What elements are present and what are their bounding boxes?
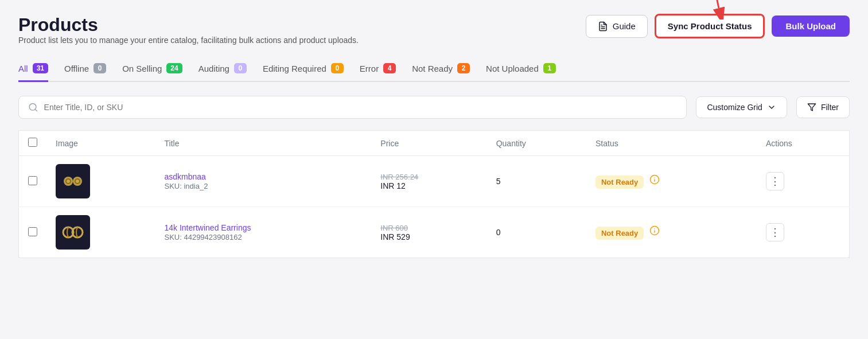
status-badge: Not Ready	[595, 176, 644, 189]
product-price-original: INR 600	[380, 224, 477, 232]
svg-marker-5	[808, 104, 815, 111]
guide-label: Guide	[613, 21, 636, 31]
search-box	[18, 96, 687, 119]
tab-not-uploaded-badge: 1	[543, 63, 556, 73]
earrings-icon	[59, 167, 87, 195]
bulk-upload-button[interactable]: Bulk Upload	[772, 15, 850, 37]
filter-button[interactable]: Filter	[796, 96, 850, 118]
tab-editing-required-label: Editing Required	[263, 64, 326, 73]
product-price-original: INR 256.24	[380, 173, 477, 181]
svg-point-11	[76, 180, 79, 183]
document-icon	[598, 21, 608, 32]
header-checkbox-cell	[19, 131, 47, 156]
product-price-current: INR 12	[380, 181, 477, 190]
select-all-checkbox[interactable]	[28, 138, 37, 147]
earrings2-icon	[59, 219, 87, 246]
tab-not-ready-badge: 2	[457, 63, 470, 73]
info-icon[interactable]	[649, 174, 660, 185]
table-row: asdkmbnaa SKU: india_2 INR 256.24 INR 12…	[19, 156, 850, 207]
actions-menu-button[interactable]: ⋮	[766, 172, 784, 190]
actions-menu-button[interactable]: ⋮	[766, 223, 784, 241]
product-title-cell: 14k Intertwined Earrings SKU: 4429942390…	[155, 207, 371, 258]
product-status-cell: Not Ready	[586, 156, 757, 207]
tab-on-selling-label: On Selling	[122, 64, 162, 73]
svg-line-4	[35, 110, 37, 111]
tab-editing-required[interactable]: Editing Required 0	[263, 63, 344, 82]
product-image-cell	[46, 156, 155, 207]
row-checkbox[interactable]	[28, 227, 37, 236]
customize-grid-label: Customize Grid	[707, 103, 762, 112]
search-input[interactable]	[44, 103, 678, 112]
tab-all-label: All	[18, 64, 28, 73]
product-title-link[interactable]: 14k Intertwined Earrings	[164, 223, 362, 232]
tab-offline[interactable]: Offline 0	[64, 63, 106, 82]
row-checkbox-cell	[19, 156, 47, 207]
tab-all[interactable]: All 31	[18, 63, 48, 82]
row-checkbox[interactable]	[28, 176, 37, 185]
column-header-actions: Actions	[757, 131, 850, 156]
products-table: Image Title Price Quantity Status Action…	[18, 130, 850, 258]
product-sku: SKU: india_2	[164, 182, 208, 190]
tab-not-ready[interactable]: Not Ready 2	[412, 63, 470, 82]
controls-row: Customize Grid Filter	[18, 96, 850, 119]
tab-editing-required-badge: 0	[331, 63, 344, 73]
filter-icon	[807, 103, 816, 112]
tab-error-badge: 4	[383, 63, 396, 73]
status-badge: Not Ready	[595, 227, 644, 240]
column-header-status: Status	[586, 131, 757, 156]
page-subtitle: Product list lets you to manage your ent…	[18, 36, 359, 45]
chevron-down-icon	[767, 103, 776, 112]
tab-not-uploaded-label: Not Uploaded	[486, 64, 539, 73]
search-icon	[28, 102, 38, 112]
product-quantity: 5	[496, 177, 501, 186]
tab-error-label: Error	[360, 64, 379, 73]
info-icon[interactable]	[649, 225, 660, 236]
tab-error[interactable]: Error 4	[360, 63, 396, 82]
product-image	[56, 164, 90, 198]
tab-auditing-label: Auditing	[198, 64, 229, 73]
svg-point-10	[67, 180, 70, 183]
page-title: Products	[18, 14, 359, 36]
column-header-price: Price	[371, 131, 486, 156]
product-title-link[interactable]: asdkmbnaa	[164, 172, 362, 181]
product-sku: SKU: 44299423908162	[164, 233, 242, 241]
row-checkbox-cell	[19, 207, 47, 258]
product-image-cell	[46, 207, 155, 258]
tab-offline-badge: 0	[94, 63, 106, 73]
sync-label: Sync Product Status	[668, 21, 752, 31]
product-actions-cell: ⋮	[757, 156, 850, 207]
guide-button[interactable]: Guide	[586, 15, 648, 38]
product-quantity: 0	[496, 228, 501, 237]
tab-offline-label: Offline	[64, 64, 89, 73]
tab-auditing[interactable]: Auditing 0	[198, 63, 247, 82]
product-price-cell: INR 600 INR 529	[371, 207, 486, 258]
tabs-row: All 31 Offline 0 On Selling 24 Auditing …	[18, 63, 850, 82]
bulk-upload-label: Bulk Upload	[785, 21, 836, 31]
table-row: 14k Intertwined Earrings SKU: 4429942390…	[19, 207, 850, 258]
product-image	[56, 215, 90, 250]
column-header-image: Image	[46, 131, 155, 156]
product-quantity-cell: 0	[487, 207, 586, 258]
column-header-quantity: Quantity	[487, 131, 586, 156]
product-price-current: INR 529	[380, 232, 477, 241]
product-quantity-cell: 5	[487, 156, 586, 207]
product-actions-cell: ⋮	[757, 207, 850, 258]
product-price-cell: INR 256.24 INR 12	[371, 156, 486, 207]
product-status-cell: Not Ready	[586, 207, 757, 258]
tab-auditing-badge: 0	[234, 63, 247, 73]
tab-all-badge: 31	[33, 63, 48, 73]
product-title-cell: asdkmbnaa SKU: india_2	[155, 156, 371, 207]
sync-product-status-button[interactable]: Sync Product Status	[655, 14, 765, 38]
customize-grid-button[interactable]: Customize Grid	[696, 96, 787, 118]
tab-on-selling-badge: 24	[166, 63, 182, 73]
column-header-title: Title	[155, 131, 371, 156]
filter-label: Filter	[821, 103, 839, 112]
tab-not-ready-label: Not Ready	[412, 64, 453, 73]
tab-not-uploaded[interactable]: Not Uploaded 1	[486, 63, 556, 82]
tab-on-selling[interactable]: On Selling 24	[122, 63, 182, 82]
